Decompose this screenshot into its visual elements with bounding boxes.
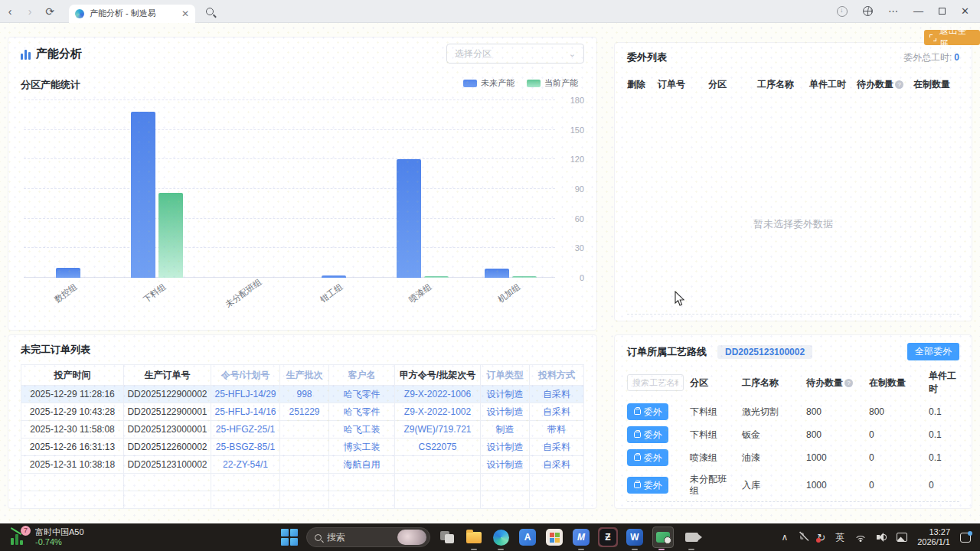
process-route-panel: 订单所属工艺路线 DD2025123100002 全部委外 分区 工序名称 待办… [614, 334, 972, 509]
folder-icon [466, 532, 482, 543]
outsource-button[interactable]: 委外 [627, 403, 668, 420]
bar [485, 269, 509, 278]
tab-title: 产能分析 - 制造易 [90, 8, 176, 19]
file-explorer-button[interactable] [464, 527, 484, 547]
mic-off-icon[interactable] [798, 532, 807, 543]
screen: ‹ › ⟳ 产能分析 - 制造易 ✕ ⋯ — ✕ 退出全屏 产能分析 [0, 0, 980, 551]
tab-favicon-icon [75, 9, 84, 18]
restore-icon[interactable] [939, 8, 946, 15]
table-row-empty [21, 474, 583, 491]
table-row-empty [21, 491, 583, 509]
capcut-button[interactable]: Ƶ [598, 527, 618, 547]
forward-icon[interactable]: › [20, 5, 40, 18]
refresh-icon[interactable]: ⟳ [40, 5, 60, 18]
camera-button[interactable] [681, 527, 701, 547]
legend-swatch-blue [463, 80, 477, 87]
screen-recorder-button[interactable] [652, 527, 675, 547]
search-icon [315, 534, 322, 541]
browser-menu-icon[interactable]: ⋯ [888, 5, 898, 17]
download-icon[interactable] [837, 6, 848, 17]
divider [627, 501, 959, 502]
route-title: 订单所属工艺路线 [627, 345, 707, 359]
bar [397, 159, 421, 278]
y-axis-label: 120 [570, 155, 584, 164]
photos-icon[interactable] [897, 533, 907, 542]
chevron-down-icon: ⌄ [569, 49, 576, 59]
chart-plot-area [24, 100, 555, 278]
order-number-badge[interactable]: DD2025123100002 [717, 345, 812, 359]
bar [158, 193, 183, 278]
task-view-icon [440, 531, 454, 543]
outsource-button[interactable]: 委外 [627, 477, 668, 494]
clock[interactable]: 13:27 2026/1/1 [917, 527, 950, 547]
info-icon: ? [895, 80, 903, 89]
volume-icon[interactable] [877, 533, 887, 542]
route-row[interactable]: 委外 未分配班组 入库 1000 0 0 [627, 469, 959, 501]
all-outsource-button[interactable]: 全部委外 [907, 343, 959, 360]
capacity-bar-chart: 0306090120150180 数控组下料组未分配班组钳工组喷漆组机加组 [21, 100, 586, 308]
store-button[interactable] [544, 527, 564, 547]
word-button[interactable]: W [625, 527, 645, 547]
app-m-icon: M [573, 529, 590, 546]
x-axis-label: 机加组 [495, 281, 523, 305]
browser-tab[interactable]: 产能分析 - 制造易 ✕ [69, 5, 195, 23]
route-row[interactable]: 委外 下料组 激光切割 800 800 0.1 [627, 400, 959, 423]
divider [627, 314, 959, 315]
word-icon: W [626, 529, 643, 546]
table-row[interactable]: 2025-12-26 16:31:13 DD2025122600002 25-B… [21, 439, 583, 456]
taskbar-search[interactable]: 搜索 [306, 527, 430, 547]
chart-legend: 未来产能 当前产能 [463, 77, 578, 89]
start-button[interactable] [279, 527, 299, 547]
bar [56, 268, 80, 278]
y-axis: 0306090120150180 [560, 100, 586, 278]
notification-icon[interactable] [960, 533, 971, 543]
sync-alert-icon[interactable]: ↻ [817, 532, 825, 543]
process-search-input[interactable] [627, 374, 684, 391]
info-icon: ? [844, 379, 853, 387]
wifi-icon[interactable] [854, 533, 867, 542]
legend-swatch-green [527, 80, 541, 87]
recorder-icon [656, 532, 670, 543]
table-row[interactable]: 2025-12-29 11:28:16 DD2025122900002 25-H… [21, 386, 583, 403]
table-row[interactable]: 2025-12-29 10:43:28 DD2025122900001 25-H… [21, 403, 583, 421]
bar-group [113, 100, 201, 278]
task-view-button[interactable] [437, 527, 457, 547]
search-highlight-image[interactable] [397, 530, 426, 545]
bar [512, 276, 537, 278]
widget-badge: 7 [21, 526, 31, 536]
edge-icon [493, 530, 509, 546]
windows-taskbar: 7 富时中国A50 -0.74% 搜索 A M Ƶ W [0, 523, 980, 551]
search-icon[interactable] [206, 8, 214, 15]
bar-group [289, 100, 378, 278]
exit-fullscreen-button[interactable]: 退出全屏 [924, 30, 980, 45]
edge-button[interactable] [491, 527, 511, 547]
bar [322, 276, 346, 278]
table-row[interactable]: 2025-12-31 10:38:18 DD2025123100002 22-Z… [21, 456, 583, 474]
table-row[interactable]: 2025-12-30 11:58:08 DD2025123000001 25-H… [21, 421, 583, 439]
fullscreen-exit-icon [929, 34, 936, 41]
zone-select[interactable]: 选择分区 ⌄ [446, 44, 584, 64]
stock-widget[interactable]: 7 富时中国A50 -0.74% [0, 527, 138, 547]
globe-icon[interactable] [863, 6, 873, 16]
bar-group [378, 100, 467, 278]
route-row[interactable]: 委外 喷漆组 油漆 1000 0 0.1 [627, 446, 959, 469]
app-m-button[interactable]: M [571, 527, 591, 547]
minimize-icon[interactable]: — [913, 5, 923, 17]
bar-group [24, 100, 113, 278]
camera-icon [685, 533, 698, 542]
y-axis-label: 0 [580, 273, 584, 282]
tab-close-icon[interactable]: ✕ [181, 8, 189, 19]
mouse-cursor [674, 291, 685, 307]
legend-item-current: 当前产能 [527, 77, 578, 89]
outsource-button[interactable]: 委外 [627, 449, 668, 466]
outsource-button[interactable]: 委外 [627, 426, 668, 443]
app-a-button[interactable]: A [518, 527, 537, 547]
app-a-icon: A [519, 529, 536, 546]
ime-indicator[interactable]: 英 [835, 531, 844, 544]
hidden-icons-chevron[interactable]: ∧ [781, 532, 788, 543]
close-icon[interactable]: ✕ [961, 5, 969, 17]
panel-title: 产能分析 [36, 47, 82, 61]
back-icon[interactable]: ‹ [0, 5, 20, 18]
capcut-icon: Ƶ [599, 529, 616, 546]
route-row[interactable]: 委外 下料组 钣金 800 0 0.1 [627, 423, 959, 446]
